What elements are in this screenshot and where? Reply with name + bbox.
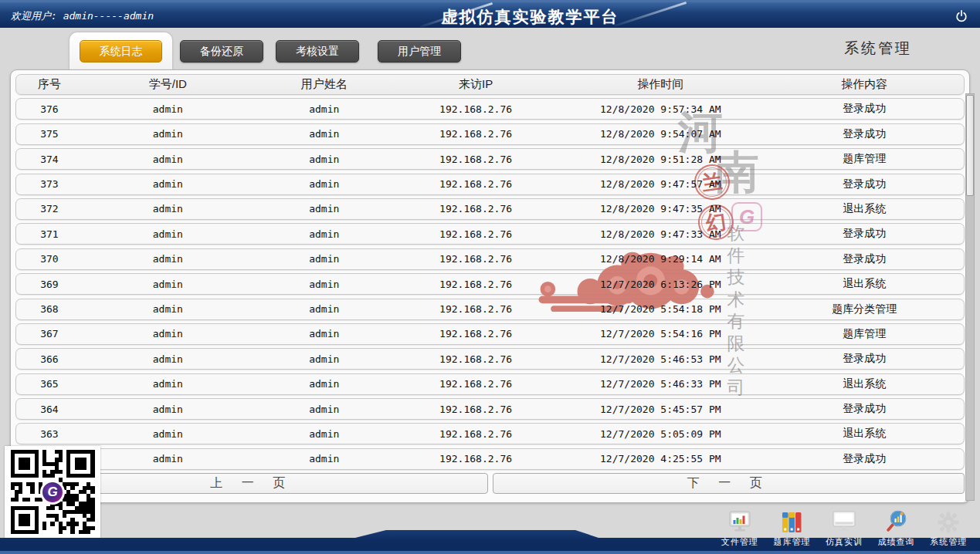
cell-ip: 192.168.2.76: [395, 203, 557, 215]
qr-center-logo-icon: G: [40, 480, 65, 505]
cell-student-id: admin: [83, 353, 253, 365]
cell-username: admin: [253, 279, 395, 290]
column-header: 操作时间: [556, 77, 765, 92]
cell-ip: 192.168.2.76: [395, 279, 557, 290]
cell-student-id: admin: [83, 328, 253, 339]
table-row: adminadmin192.168.2.7612/7/2020 4:25:55 …: [15, 448, 965, 470]
cell-student-id: admin: [83, 404, 253, 415]
cell-index: 370: [16, 253, 83, 265]
table-scrollbar-track[interactable]: [965, 93, 975, 501]
dock-label: 题库管理: [773, 536, 810, 548]
cell-student-id: admin: [83, 253, 253, 265]
cell-ip: 192.168.2.76: [395, 178, 557, 190]
system-management-icon: [937, 508, 960, 534]
dock-item-file-management[interactable]: 文件管理: [714, 508, 766, 548]
cell-ip: 192.168.2.76: [395, 453, 557, 464]
cell-content: 题库管理: [765, 327, 964, 341]
column-header: 学号/ID: [83, 77, 253, 92]
tab-system-log[interactable]: 系统日志: [80, 40, 162, 62]
column-header: 来访IP: [395, 77, 557, 92]
table-row: 366adminadmin192.168.2.7612/7/2020 5:46:…: [15, 348, 965, 370]
table-row: 374adminadmin192.168.2.7612/8/2020 9:51:…: [15, 148, 965, 170]
qr-code: G: [5, 446, 100, 538]
cell-username: admin: [253, 178, 395, 190]
cell-ip: 192.168.2.76: [395, 404, 557, 415]
cell-content: 登录成功: [765, 402, 964, 416]
cell-ip: 192.168.2.76: [395, 353, 557, 365]
log-table: 序号学号/ID用户姓名来访IP操作时间操作内容376adminadmin192.…: [15, 74, 965, 470]
cell-username: admin: [253, 428, 395, 440]
cell-content: 登录成功: [765, 252, 964, 266]
welcome-user-text: 欢迎用户: admin-----admin: [11, 9, 154, 23]
cell-time: 12/8/2020 9:54:07 AM: [556, 128, 765, 140]
cell-username: admin: [253, 378, 395, 390]
cell-content: 登录成功: [765, 102, 964, 116]
cell-username: admin: [253, 103, 395, 115]
table-row: 364adminadmin192.168.2.7612/7/2020 5:45:…: [15, 398, 965, 420]
dock-item-simulation-training[interactable]: 仿真实训: [818, 508, 870, 548]
dock-item-question-bank[interactable]: 题库管理: [766, 508, 819, 548]
power-logout-button[interactable]: [951, 6, 972, 26]
cell-index: 376: [16, 103, 83, 115]
cell-time: 12/7/2020 6:13:26 PM: [556, 279, 765, 290]
table-header-row: 序号学号/ID用户姓名来访IP操作时间操作内容: [15, 74, 965, 95]
cell-index: 364: [16, 404, 83, 415]
page-title: 系统管理: [844, 39, 912, 59]
cell-content: 登录成功: [765, 227, 964, 241]
tab-backup-restore[interactable]: 备份还原: [180, 40, 263, 62]
table-row: 375adminadmin192.168.2.7612/8/2020 9:54:…: [15, 123, 965, 145]
simulation-training-icon: [831, 508, 857, 534]
table-row: 369adminadmin192.168.2.7612/7/2020 6:13:…: [15, 273, 965, 295]
table-scrollbar-thumb[interactable]: [966, 95, 974, 196]
cell-content: 登录成功: [765, 177, 964, 191]
next-page-button[interactable]: 下 一 页: [493, 473, 965, 494]
question-bank-icon: [780, 508, 803, 534]
cell-index: 366: [16, 353, 83, 365]
file-management-icon: [727, 508, 752, 534]
cell-ip: 192.168.2.76: [395, 303, 557, 315]
table-row: 363adminadmin192.168.2.7612/7/2020 5:05:…: [15, 423, 965, 444]
column-header: 操作内容: [765, 77, 964, 92]
cell-content: 退出系统: [765, 202, 964, 216]
cell-ip: 192.168.2.76: [395, 228, 557, 240]
cell-content: 退出系统: [765, 277, 964, 291]
table-row: 367adminadmin192.168.2.7612/7/2020 5:54:…: [15, 323, 965, 345]
cell-ip: 192.168.2.76: [395, 253, 557, 265]
cell-time: 12/8/2020 9:29:14 AM: [556, 253, 765, 265]
cell-student-id: admin: [83, 453, 253, 464]
app-title: 虚拟仿真实验教学平台: [442, 6, 619, 28]
table-row: 368adminadmin192.168.2.7612/7/2020 5:54:…: [15, 299, 965, 320]
dock-item-system-management[interactable]: 系统管理: [922, 508, 975, 548]
cell-time: 12/7/2020 5:54:16 PM: [556, 328, 765, 339]
cell-index: 375: [16, 128, 83, 140]
cell-student-id: admin: [83, 103, 253, 115]
cell-time: 12/7/2020 5:05:09 PM: [556, 428, 765, 440]
app-window: 欢迎用户: admin-----admin 虚拟仿真实验教学平台 系统日志 备份…: [0, 0, 980, 554]
cell-time: 12/8/2020 9:57:34 AM: [556, 103, 765, 115]
cell-index: 365: [16, 378, 83, 390]
cell-index: 371: [16, 228, 83, 240]
tab-assessment-settings[interactable]: 考核设置: [276, 40, 359, 62]
cell-time: 12/7/2020 5:46:53 PM: [556, 353, 765, 365]
cell-time: 12/8/2020 9:47:57 AM: [556, 178, 765, 190]
dock-label: 文件管理: [721, 536, 758, 548]
tab-user-management[interactable]: 用户管理: [378, 40, 461, 62]
cell-username: admin: [253, 203, 395, 215]
cell-ip: 192.168.2.76: [395, 154, 557, 165]
app-dock: 文件管理 题库管理: [714, 508, 975, 548]
log-table-panel: 序号学号/ID用户姓名来访IP操作时间操作内容376adminadmin192.…: [10, 69, 970, 503]
dock-label: 系统管理: [930, 536, 967, 548]
cell-time: 12/7/2020 4:25:55 PM: [556, 453, 765, 464]
table-row: 370adminadmin192.168.2.7612/8/2020 9:29:…: [15, 248, 965, 270]
cell-content: 登录成功: [765, 452, 964, 466]
cell-time: 12/8/2020 9:51:28 AM: [556, 154, 765, 165]
column-header: 序号: [16, 77, 83, 92]
cell-index: 368: [16, 303, 83, 315]
cell-username: admin: [253, 154, 395, 165]
dock-item-score-query[interactable]: 成绩查询: [870, 508, 923, 548]
cell-content: 退出系统: [765, 427, 964, 441]
cell-username: admin: [253, 303, 395, 315]
column-header: 用户姓名: [253, 77, 395, 92]
bottom-accent-line: [0, 551, 980, 554]
cell-ip: 192.168.2.76: [395, 103, 557, 115]
